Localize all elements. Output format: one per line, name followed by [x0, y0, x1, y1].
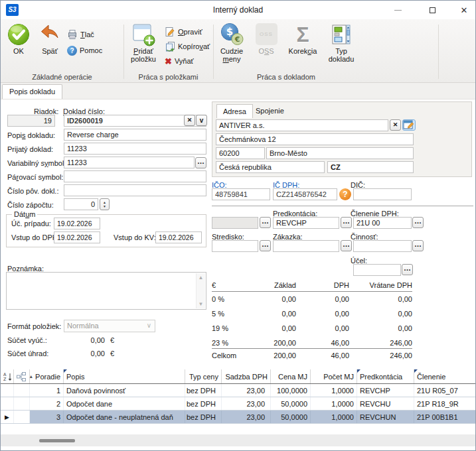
- dic-field[interactable]: [353, 188, 412, 200]
- column-header-cena-mj[interactable]: Cena MJ: [271, 369, 311, 383]
- tab-popis-dokladu[interactable]: Popis dokladu: [2, 84, 62, 99]
- popis-dokladu-label: Popis dokladu:: [7, 131, 55, 139]
- address-city-field[interactable]: Brno-Město: [266, 147, 414, 159]
- grid-row-3-selected[interactable]: ▶ 3 Odpočet dane - neuplatnená daň bez D…: [1, 411, 476, 424]
- ucel-picker-button[interactable]: …: [402, 264, 413, 275]
- sucet-uhrad-currency: €: [110, 350, 114, 357]
- maximize-button[interactable]: [421, 1, 443, 19]
- account-picker-button[interactable]: …: [260, 217, 271, 228]
- variabilny-symbol-field[interactable]: 11233: [64, 157, 195, 168]
- maximize-icon: [430, 7, 436, 13]
- ok-button[interactable]: OK: [4, 23, 33, 55]
- poznamka-textarea[interactable]: ▲ ▼: [6, 272, 206, 310]
- remove-item-label: Vyňať: [175, 57, 194, 65]
- variabilny-symbol-picker-button[interactable]: …: [195, 157, 206, 168]
- cinnost-picker-button[interactable]: …: [412, 240, 424, 251]
- document-type-button[interactable]: Typdokladu: [325, 23, 358, 63]
- address-street-field[interactable]: Čechmánkova 12: [216, 133, 414, 145]
- titlebar: S3 Interný doklad ✕: [1, 1, 475, 19]
- current-row-marker-icon: ▶: [5, 414, 9, 420]
- address-clear-button[interactable]: ✕: [390, 119, 401, 131]
- sigma-icon: Σ: [296, 23, 309, 46]
- cislo-zapoctu-field[interactable]: 0: [64, 198, 98, 210]
- cislo-zapoctu-spinner[interactable]: ▲▼: [100, 198, 110, 210]
- ribbon-group-label: Práca s položkami: [123, 73, 213, 81]
- doklad-cislo-clear-button[interactable]: ✕: [184, 115, 195, 126]
- print-button[interactable]: Tlač: [67, 29, 94, 40]
- add-item-button[interactable]: Pridaťpoložku: [127, 23, 159, 63]
- vstup-do-dph-date-field[interactable]: 19.02.2026: [54, 231, 100, 243]
- column-header-poradie[interactable]: ▲Poradie: [30, 369, 64, 383]
- clenenie-dph-field[interactable]: 21U 00: [353, 217, 412, 229]
- column-header-popis[interactable]: Popis: [64, 369, 185, 383]
- prijaty-doklad-label: Prijatý doklad:: [7, 145, 53, 153]
- address-name-field[interactable]: ANTIVER a.s.: [216, 119, 388, 131]
- address-zip-field[interactable]: 60200: [216, 147, 265, 159]
- zakazka-picker-button[interactable]: …: [341, 240, 352, 251]
- parovaci-symbol-field[interactable]: [64, 170, 206, 182]
- column-header-sadzba-dph[interactable]: Sadzba DPH: [222, 369, 271, 383]
- back-label: Späť: [42, 47, 58, 55]
- correction-button[interactable]: Σ Korekcia: [285, 23, 321, 55]
- address-edit-button[interactable]: [402, 119, 416, 131]
- ucel-field[interactable]: [353, 264, 401, 276]
- remove-item-button[interactable]: ✖ Vyňať: [165, 55, 194, 67]
- popis-dokladu-field[interactable]: Reverse charge: [64, 129, 206, 141]
- icdph-field[interactable]: CZ2145876542: [273, 188, 337, 200]
- variabilny-symbol-label: Variabilný symbol:: [7, 159, 66, 167]
- ribbon-group-document-operations: $€ Cudziemeny OSS OSS Σ Korekcia Typdokl…: [213, 19, 438, 83]
- section-divider: [212, 206, 473, 206]
- vstup-do-kv-date-field[interactable]: 19.02.2026: [155, 231, 202, 243]
- column-header-pocet-mj[interactable]: Počet MJ: [311, 369, 357, 383]
- help-button[interactable]: ? Pomoc: [67, 44, 102, 56]
- predkontacia-picker-button[interactable]: …: [341, 217, 352, 228]
- sort-az-header-button[interactable]: AZ: [1, 369, 14, 383]
- predkontacia-field[interactable]: REVCHP: [273, 217, 339, 229]
- clenenie-dph-picker-button[interactable]: …: [412, 217, 424, 228]
- copy-item-button[interactable]: Kopírovať: [165, 40, 210, 52]
- poznamka-scrollbar[interactable]: ▲ ▼: [196, 273, 205, 308]
- zakazka-field[interactable]: [273, 240, 339, 252]
- address-country-code-field[interactable]: CZ: [327, 161, 414, 173]
- ellipsis-icon: …: [414, 240, 422, 248]
- grid-row-2[interactable]: 2 Odpočet dane bez DPH 23,00 50,0000 1,0…: [1, 397, 476, 411]
- close-button[interactable]: ✕: [453, 1, 475, 19]
- cislo-pov-dokl-label: Číslo pôv. dokl.:: [7, 187, 58, 195]
- document-type-label: Typdokladu: [329, 47, 355, 63]
- minimize-button[interactable]: [386, 1, 409, 19]
- uc-pripadu-date-field[interactable]: 19.02.2026: [54, 218, 100, 229]
- back-button[interactable]: Späť: [35, 23, 64, 55]
- ellipsis-icon: …: [343, 240, 350, 248]
- tab-spojenie[interactable]: Spojenie: [250, 104, 290, 118]
- column-header-clenenie[interactable]: Členenie: [414, 369, 476, 383]
- doklad-cislo-dropdown-button[interactable]: v: [196, 115, 207, 126]
- column-header-predkontacia[interactable]: Predkontácia: [357, 369, 414, 383]
- scrollbar-thumb[interactable]: [39, 439, 75, 442]
- print-label: Tlač: [80, 31, 94, 38]
- column-header-typ-ceny[interactable]: Typ ceny: [185, 369, 222, 383]
- ok-check-icon: [7, 23, 31, 46]
- cislo-pov-dokl-field[interactable]: [64, 184, 206, 196]
- stredisko-picker-button[interactable]: …: [260, 240, 271, 251]
- stredisko-field[interactable]: [212, 240, 258, 252]
- ok-label: OK: [13, 47, 24, 55]
- uc-pripadu-label: Úč. prípadu:: [11, 220, 51, 227]
- ribbon-group-label: Práca s dokladom: [213, 73, 359, 81]
- address-country-field[interactable]: Česká republika: [216, 161, 325, 173]
- ico-field[interactable]: 48759841: [212, 188, 270, 200]
- vat-id-verify-icon[interactable]: ?: [339, 188, 351, 200]
- foreign-currency-button[interactable]: $€ Cudziemeny: [216, 23, 248, 63]
- group-tree-header-button[interactable]: [14, 369, 30, 383]
- prijaty-doklad-field[interactable]: 11233: [64, 143, 206, 155]
- add-item-label: Pridaťpoložku: [131, 47, 156, 63]
- edit-item-button[interactable]: Opraviť: [165, 26, 202, 38]
- ribbon-toolbar: OK Späť Tlač ? Pomoc Základné operácie: [1, 19, 475, 83]
- cislo-zapoctu-label: Číslo zápočtu:: [7, 201, 54, 209]
- grid-horizontal-scrollbar[interactable]: [1, 434, 476, 446]
- grid-row-1[interactable]: 1 Daňová povinnosť bez DPH 23,00 100,000…: [1, 384, 476, 397]
- tab-adresa[interactable]: Adresa: [216, 104, 253, 118]
- svg-text:€: €: [234, 35, 240, 44]
- vat-total-row: Celkom200,0046,00246,00: [212, 352, 412, 359]
- copy-icon: [165, 41, 175, 52]
- cinnost-field[interactable]: [353, 240, 412, 252]
